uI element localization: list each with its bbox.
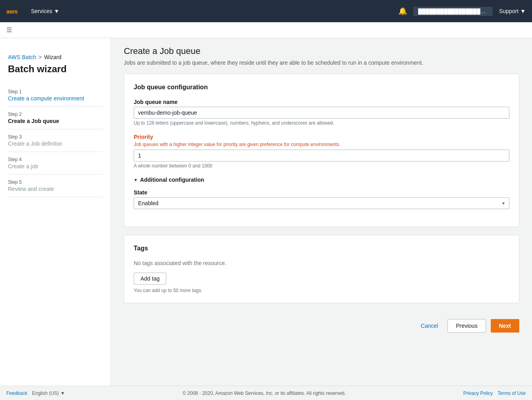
top-nav: aws Services ▼ 🔔 ████████████████████ Su… bbox=[0, 0, 532, 22]
breadcrumb: AWS Batch > Wizard bbox=[8, 48, 103, 63]
language-arrow-icon: ▼ bbox=[60, 390, 65, 396]
main-content: Create a Job queue Jobs are submitted to… bbox=[111, 38, 532, 386]
step-5-item: Step 5 Review and create bbox=[8, 175, 103, 197]
collapse-arrow-icon: ▼ bbox=[134, 178, 138, 182]
previous-button[interactable]: Previous bbox=[447, 319, 486, 333]
secondary-nav: ☰ bbox=[0, 22, 532, 38]
step-1-item: Step 1 Create a compute environment bbox=[8, 84, 103, 107]
footer-copyright: © 2008 - 2020, Amazon Web Services, Inc.… bbox=[65, 390, 463, 396]
support-label: Support bbox=[499, 8, 519, 14]
layout: AWS Batch > Wizard Batch wizard Step 1 C… bbox=[0, 38, 532, 386]
step-4-label: Step 4 bbox=[8, 157, 103, 162]
support-button[interactable]: Support ▼ bbox=[499, 8, 526, 14]
svg-text:aws: aws bbox=[6, 8, 18, 15]
language-label: English (US) bbox=[32, 390, 59, 396]
nav-right: 🔔 ████████████████████ Support ▼ bbox=[398, 7, 526, 16]
username-display: ████████████████████ bbox=[413, 7, 493, 16]
terms-of-use-link[interactable]: Terms of Use bbox=[497, 390, 526, 396]
section-title: Create a Job queue bbox=[124, 46, 519, 56]
step-4-item: Step 4 Create a job bbox=[8, 152, 103, 175]
bell-icon[interactable]: 🔔 bbox=[398, 7, 407, 15]
privacy-policy-link[interactable]: Privacy Policy bbox=[463, 390, 493, 396]
priority-hint-2: A whole number between 0 and 1000 bbox=[134, 163, 509, 169]
cancel-button[interactable]: Cancel bbox=[416, 320, 443, 331]
breadcrumb-parent[interactable]: AWS Batch bbox=[8, 54, 36, 60]
step-5-name: Review and create bbox=[8, 186, 103, 192]
services-label: Services bbox=[31, 8, 52, 14]
add-tag-button[interactable]: Add tag bbox=[134, 273, 166, 285]
state-label: State bbox=[134, 189, 509, 196]
priority-group: Priority Job queues with a higher intege… bbox=[134, 134, 509, 169]
step-3-name: Create a Job definiton bbox=[8, 140, 103, 147]
tags-card: Tags No tags associated with the resourc… bbox=[124, 235, 519, 303]
job-queue-name-group: Job queue name Up to 128 letters (upperc… bbox=[134, 99, 509, 126]
footer-left: Feedback English (US) ▼ bbox=[6, 390, 65, 396]
job-queue-config-card-title: Job queue configuration bbox=[134, 84, 509, 91]
tags-card-title: Tags bbox=[134, 245, 509, 252]
job-queue-name-input[interactable] bbox=[134, 107, 509, 119]
sidebar: AWS Batch > Wizard Batch wizard Step 1 C… bbox=[0, 38, 111, 386]
step-4-name: Create a job bbox=[8, 163, 103, 169]
step-1-label: Step 1 bbox=[8, 89, 103, 94]
language-selector[interactable]: English (US) ▼ bbox=[32, 390, 65, 396]
state-group: State Enabled Disabled ▼ bbox=[134, 189, 509, 209]
step-3-label: Step 3 bbox=[8, 134, 103, 140]
section-desc: Jobs are submitted to a job queue, where… bbox=[124, 60, 519, 66]
job-queue-config-card: Job queue configuration Job queue name U… bbox=[124, 74, 519, 227]
priority-input[interactable] bbox=[134, 150, 509, 162]
services-arrow-icon: ▼ bbox=[54, 8, 60, 14]
page-title: Batch wizard bbox=[8, 63, 103, 75]
step-2-name: Create a Job queue bbox=[8, 118, 103, 124]
job-queue-name-hint: Up to 128 letters (uppercase and lowerca… bbox=[134, 120, 509, 126]
breadcrumb-current: Wizard bbox=[44, 54, 61, 60]
step-3-item: Step 3 Create a Job definiton bbox=[8, 129, 103, 152]
support-arrow-icon: ▼ bbox=[520, 8, 526, 14]
additional-config-label: Additional configuration bbox=[140, 177, 204, 183]
state-select[interactable]: Enabled Disabled bbox=[134, 197, 509, 209]
footer-right: Privacy Policy Terms of Use bbox=[463, 390, 526, 396]
action-bar: Cancel Previous Next bbox=[124, 311, 519, 336]
priority-label: Priority bbox=[134, 134, 509, 140]
step-2-label: Step 2 bbox=[8, 112, 103, 117]
menu-icon[interactable]: ☰ bbox=[6, 26, 12, 34]
no-tags-text: No tags associated with the resource. bbox=[134, 260, 509, 266]
breadcrumb-separator: > bbox=[38, 54, 42, 60]
step-2-item: Step 2 Create a Job queue bbox=[8, 107, 103, 129]
job-queue-name-label: Job queue name bbox=[134, 99, 509, 105]
next-button[interactable]: Next bbox=[491, 319, 519, 333]
feedback-link[interactable]: Feedback bbox=[6, 390, 27, 396]
step-1-name[interactable]: Create a compute environment bbox=[8, 95, 103, 102]
priority-hint-1: Job queues with a higher integer value f… bbox=[134, 142, 509, 147]
state-select-wrapper: Enabled Disabled ▼ bbox=[134, 197, 509, 209]
aws-logo: aws bbox=[6, 6, 21, 16]
footer: Feedback English (US) ▼ © 2008 - 2020, A… bbox=[0, 386, 532, 400]
tags-hint: You can add up to 50 more tags. bbox=[134, 288, 509, 293]
services-button[interactable]: Services ▼ bbox=[28, 6, 63, 16]
step-5-label: Step 5 bbox=[8, 179, 103, 185]
additional-config-header[interactable]: ▼ Additional configuration bbox=[134, 177, 509, 183]
